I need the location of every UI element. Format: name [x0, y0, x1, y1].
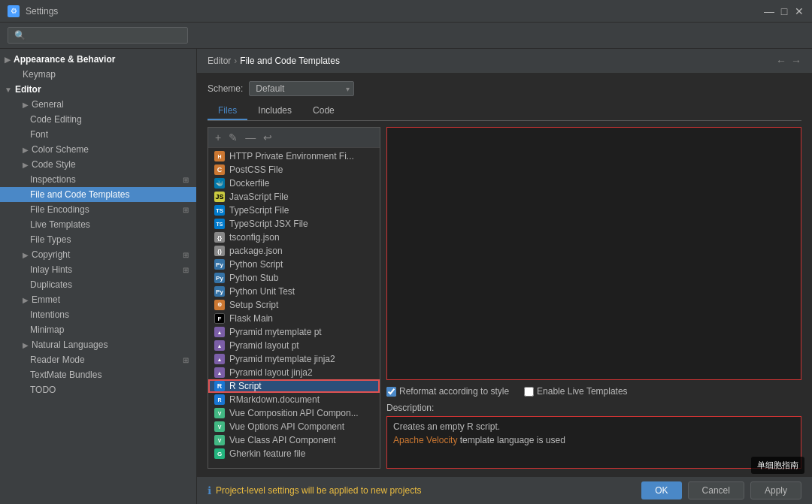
scheme-select[interactable]: Default Project: [249, 81, 354, 96]
tab-files[interactable]: Files: [208, 102, 247, 120]
tab-code[interactable]: Code: [302, 102, 345, 120]
nav-forward[interactable]: →: [791, 55, 801, 67]
list-item[interactable]: Py Python Script: [208, 258, 380, 271]
list-item[interactable]: V Vue Class API Component: [208, 433, 380, 447]
sidebar-item-file-encodings[interactable]: File Encodings ⊞: [0, 202, 196, 217]
sidebar-item-label: Natural Languages: [32, 340, 108, 350]
list-item[interactable]: C PostCSS File: [208, 163, 380, 177]
sidebar-item-keymap[interactable]: Keymap: [0, 67, 196, 82]
sidebar-item-file-types[interactable]: File Types: [0, 232, 196, 247]
list-item[interactable]: H HTTP Private Environment Fi...: [208, 149, 380, 163]
window-controls[interactable]: — □ ✕: [764, 6, 804, 17]
sidebar-item-intentions[interactable]: Intentions: [0, 307, 196, 322]
edit-button[interactable]: ✎: [226, 131, 240, 144]
sidebar-item-label: Minimap: [30, 324, 64, 335]
sidebar-item-copyright[interactable]: ▶ Copyright ⊞: [0, 247, 196, 262]
sidebar-item-file-code-templates[interactable]: File and Code Templates: [0, 187, 196, 202]
file-item-label: HTTP Private Environment Fi...: [229, 151, 354, 161]
list-item[interactable]: TS TypeScript File: [208, 204, 380, 217]
search-input[interactable]: [8, 27, 188, 44]
list-item[interactable]: ▲ Pyramid mytemplate pt: [208, 325, 380, 339]
close-button[interactable]: ✕: [794, 6, 804, 17]
nav-back[interactable]: ←: [776, 55, 786, 67]
badge-icon: ⊞: [183, 206, 189, 214]
sidebar-item-label: TODO: [30, 385, 56, 395]
description-label: Description:: [386, 403, 801, 413]
list-item[interactable]: ⚙ Setup Script: [208, 298, 380, 312]
scheme-label: Scheme:: [208, 83, 243, 94]
sidebar-item-appearance[interactable]: ▶ Appearance & Behavior: [0, 52, 196, 67]
sidebar-item-emmet[interactable]: ▶ Emmet: [0, 292, 196, 307]
scheme-select-wrapper: Default Project: [249, 81, 354, 96]
list-item[interactable]: Py Python Unit Test: [208, 285, 380, 298]
file-icon-json: {}: [214, 246, 225, 256]
sidebar-item-color-scheme[interactable]: ▶ Color Scheme: [0, 142, 196, 157]
nav-arrows: ← →: [776, 55, 801, 67]
title-bar: ⚙ Settings — □ ✕: [0, 0, 812, 23]
file-icon-vue: V: [214, 408, 225, 418]
list-item[interactable]: Py Python Stub: [208, 271, 380, 285]
sidebar-item-code-style[interactable]: ▶ Code Style: [0, 157, 196, 172]
sidebar-item-textmate-bundles[interactable]: TextMate Bundles: [0, 367, 196, 382]
sidebar-item-label: Code Editing: [30, 114, 82, 125]
sidebar-item-code-editing[interactable]: Code Editing: [0, 112, 196, 127]
minimize-button[interactable]: —: [764, 6, 774, 17]
list-item[interactable]: {} tsconfig.json: [208, 231, 380, 244]
live-templates-checkbox-label[interactable]: Enable Live Templates: [524, 386, 628, 397]
list-item[interactable]: V Vue Options API Component: [208, 420, 380, 433]
list-item[interactable]: 🐳 Dockerfile: [208, 177, 380, 190]
sidebar-item-inspections[interactable]: Inspections ⊞: [0, 172, 196, 187]
description-section: Description: Creates an empty R script. …: [386, 403, 801, 469]
options-row: Reformat according to style Enable Live …: [386, 386, 801, 397]
list-item[interactable]: G Gherkin feature file: [208, 447, 380, 460]
list-item[interactable]: ▲ Pyramid mytemplate jinja2: [208, 352, 380, 366]
sidebar-item-natural-languages[interactable]: ▶ Natural Languages: [0, 337, 196, 352]
expand-arrow: ▶: [23, 101, 29, 109]
sidebar-item-todo[interactable]: TODO: [0, 382, 196, 397]
sidebar-item-editor[interactable]: ▼ Editor: [0, 82, 196, 97]
tab-includes[interactable]: Includes: [247, 102, 302, 120]
sidebar-item-label: Appearance & Behavior: [14, 54, 115, 65]
list-item[interactable]: {} package.json: [208, 244, 380, 258]
file-item-label: Setup Script: [229, 300, 278, 310]
maximize-button[interactable]: □: [779, 6, 789, 17]
list-item[interactable]: V Vue Composition API Compon...: [208, 406, 380, 420]
remove-button[interactable]: —: [243, 131, 258, 144]
sidebar-item-font[interactable]: Font: [0, 127, 196, 142]
badge-icon: ⊞: [183, 251, 189, 259]
scheme-row: Scheme: Default Project: [208, 81, 801, 96]
file-icon-pyramid: ▲: [214, 367, 225, 378]
description-detail: Apache Velocity template language is use…: [393, 435, 795, 445]
list-item-r-script[interactable]: R R Script: [208, 379, 380, 393]
list-item[interactable]: R RMarkdown.document: [208, 393, 380, 406]
add-button[interactable]: +: [213, 131, 223, 144]
apply-button[interactable]: Apply: [750, 481, 801, 499]
list-item[interactable]: JS JavaScript File: [208, 190, 380, 204]
sidebar-item-label: Editor: [15, 84, 41, 95]
list-item[interactable]: TS TypeScript JSX File: [208, 217, 380, 231]
sidebar-item-label: Color Scheme: [32, 144, 89, 155]
live-templates-checkbox[interactable]: [524, 387, 534, 397]
file-icon-json: {}: [214, 232, 225, 243]
sidebar-item-live-templates[interactable]: Live Templates: [0, 217, 196, 232]
sidebar-item-inlay-hints[interactable]: Inlay Hints ⊞: [0, 262, 196, 277]
list-item[interactable]: ▲ Pyramid layout pt: [208, 339, 380, 352]
reformat-checkbox[interactable]: [386, 387, 396, 397]
description-title: Creates an empty R script.: [393, 421, 795, 432]
file-icon-vue: V: [214, 435, 225, 445]
cancel-button[interactable]: Cancel: [688, 481, 744, 499]
sidebar-item-general[interactable]: ▶ General: [0, 97, 196, 112]
file-item-label: TypeScript JSX File: [229, 219, 308, 229]
file-icon-tsx: TS: [214, 219, 225, 229]
editor-box[interactable]: [386, 127, 801, 380]
sidebar-item-reader-mode[interactable]: Reader Mode ⊞: [0, 352, 196, 367]
file-item-label: Pyramid layout jinja2: [229, 367, 313, 378]
sidebar-item-duplicates[interactable]: Duplicates: [0, 277, 196, 292]
sidebar-item-minimap[interactable]: Minimap: [0, 322, 196, 337]
list-item[interactable]: F Flask Main: [208, 312, 380, 325]
reformat-checkbox-label[interactable]: Reformat according to style: [386, 386, 509, 397]
ok-button[interactable]: OK: [641, 481, 681, 499]
file-item-label: RMarkdown.document: [229, 394, 320, 405]
list-item[interactable]: ▲ Pyramid layout jinja2: [208, 366, 380, 379]
revert-button[interactable]: ↩: [261, 131, 274, 144]
